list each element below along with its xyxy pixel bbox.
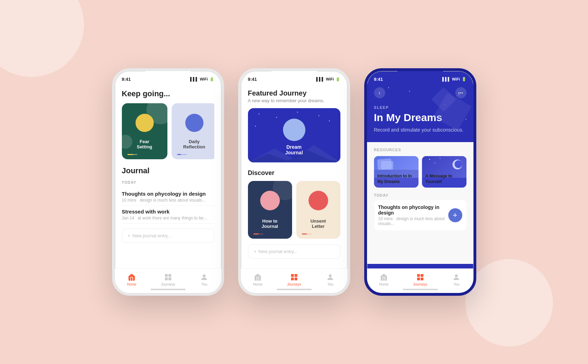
time-3: 9:41: [374, 77, 383, 82]
phone1-scroll: Keep going... FearSetting: [115, 84, 221, 268]
add-icon-2: +: [254, 249, 257, 254]
wifi-icon-3: WiFi: [452, 77, 460, 81]
svg-rect-10: [295, 278, 297, 280]
home-bar-2: [277, 289, 312, 290]
resource-cards: Introduction to In My Dreams: [374, 156, 466, 188]
daily-card-circle: [185, 114, 203, 132]
new-entry-btn-2[interactable]: + New journal entry...: [248, 244, 340, 259]
today-label-1: TODAY: [122, 180, 214, 184]
nav-home-2[interactable]: Home: [253, 273, 263, 286]
more-button[interactable]: •••: [455, 87, 466, 98]
today-entry-meta: 10 mins design is much less about visual…: [378, 216, 445, 226]
wifi-icon-2: WiFi: [326, 77, 334, 81]
unsent-progress-fill: [302, 233, 307, 234]
battery-icon: 🔋: [209, 77, 214, 82]
nav-you-label-3: You: [454, 282, 459, 286]
notch-1: [145, 71, 191, 81]
home-bar-1: [151, 289, 186, 290]
dream-banner[interactable]: Dream Journal: [248, 108, 340, 162]
unsent-progress: [302, 233, 312, 234]
status-icons-2: ▌▌▌ WiFi 🔋: [316, 77, 340, 82]
journal-entry-2[interactable]: Stressed with work Jan 14 at work there …: [122, 206, 214, 224]
status-icons-1: ▌▌▌ WiFi 🔋: [190, 77, 214, 82]
svg-rect-9: [291, 278, 294, 280]
svg-rect-14: [417, 278, 420, 280]
nav-you-label-1: You: [201, 282, 207, 286]
phone3-header: ‹ ••• SLEEP In My Dreams Record and stim…: [367, 84, 473, 142]
nav-you-label-2: You: [327, 282, 333, 286]
how-to-journal-card[interactable]: How toJournal: [248, 181, 292, 239]
you-icon-3: [452, 273, 461, 282]
journal-title: Journal: [122, 166, 214, 175]
phone3-content: ‹ ••• SLEEP In My Dreams Record and stim…: [367, 84, 473, 268]
you-icon-1: [200, 273, 209, 282]
resource-card-2[interactable]: A Message to Yourself: [422, 156, 466, 188]
svg-rect-12: [417, 274, 420, 277]
add-entry-button[interactable]: +: [448, 208, 462, 222]
nav-you-3[interactable]: You: [452, 273, 461, 286]
home-icon-3: [379, 273, 388, 282]
entry-2-preview: at work there are many things to be...: [138, 216, 207, 220]
nav-you-2[interactable]: You: [326, 273, 335, 286]
journeys-icon-2: [290, 273, 299, 282]
journal-entry-1[interactable]: Thoughts on phycology in design 10 mins …: [122, 188, 214, 206]
nav-journeys-2[interactable]: Journeys: [287, 273, 302, 286]
resource-card-1[interactable]: Introduction to In My Dreams: [374, 156, 418, 188]
phone-1: 9:41 ▌▌▌ WiFi 🔋 Keep going... FearSettin…: [112, 68, 224, 296]
today-section: TODAY Thoughts on phycology in design 10…: [374, 193, 466, 230]
svg-rect-0: [165, 274, 168, 277]
dream-label: Dream Journal: [248, 144, 340, 155]
phone1-content: Keep going... FearSetting: [115, 84, 221, 268]
home-icon-1: [127, 273, 136, 282]
add-icon-1: +: [128, 233, 131, 238]
entry-2-title: Stressed with work: [122, 209, 214, 215]
journeys-icon-3: [416, 273, 425, 282]
nav-home-3[interactable]: Home: [379, 273, 389, 286]
battery-icon-2: 🔋: [335, 77, 340, 82]
entry-2-date: Jan 14: [122, 216, 134, 220]
unsent-letter-card[interactable]: UnsentLetter: [296, 181, 340, 239]
svg-point-4: [203, 274, 206, 277]
svg-rect-13: [421, 274, 423, 277]
fear-card-progress: [127, 154, 137, 155]
journal-section: Journal TODAY Thoughts on phycology in d…: [122, 166, 214, 224]
svg-point-11: [329, 274, 332, 277]
phone2-scroll: Featured Journey A new way to remember y…: [241, 84, 347, 264]
unsent-label: UnsentLetter: [296, 218, 340, 229]
daily-reflection-card[interactable]: DailyReflection: [172, 103, 214, 159]
fear-card-label: FearSetting: [122, 139, 167, 149]
how-label: How toJournal: [248, 218, 292, 229]
nav-home-1[interactable]: Home: [127, 273, 137, 286]
new-entry-btn-1[interactable]: + New journal entry...: [122, 229, 214, 243]
today-entry[interactable]: Thoughts on phycology in design 10 mins …: [374, 200, 466, 230]
journey-cards-row: FearSetting DailyReflection: [122, 103, 214, 159]
today-label-3: TODAY: [374, 193, 466, 197]
entry-2-meta: Jan 14 at work there are many things to …: [122, 216, 214, 220]
today-entry-info: Thoughts on phycology in design 10 mins …: [378, 204, 448, 226]
how-progress: [254, 233, 263, 234]
time-2: 9:41: [248, 77, 257, 82]
dream-moon: [283, 119, 305, 141]
svg-point-16: [455, 274, 458, 277]
entry-1-meta: 10 mins design is much less about visual…: [122, 198, 214, 203]
journeys-icon-1: [164, 273, 173, 282]
today-entry-title: Thoughts on phycology in design: [378, 204, 445, 216]
daily-card-progress: [177, 154, 187, 155]
nav-home-label-3: Home: [379, 282, 389, 286]
discover-cards: How toJournal UnsentLetter: [248, 181, 340, 239]
time-1: 9:41: [122, 77, 131, 82]
nav-home-label-2: Home: [253, 282, 263, 286]
home-icon-2: [253, 273, 262, 282]
back-button[interactable]: ‹: [374, 87, 385, 98]
nav-journeys-1[interactable]: Journeys: [161, 273, 175, 286]
fear-progress-fill: [127, 154, 133, 155]
keep-going-title: Keep going...: [122, 89, 214, 98]
nav-you-1[interactable]: You: [200, 273, 209, 286]
nav-home-label-1: Home: [127, 282, 137, 286]
new-entry-label-1: New journal entry...: [132, 233, 171, 238]
fear-setting-card[interactable]: FearSetting: [122, 103, 167, 159]
svg-rect-2: [165, 278, 168, 280]
nav-journeys-3[interactable]: Journeys: [413, 273, 428, 286]
wifi-icon: WiFi: [200, 77, 208, 81]
resource-1-label: Introduction to In My Dreams: [378, 174, 415, 184]
